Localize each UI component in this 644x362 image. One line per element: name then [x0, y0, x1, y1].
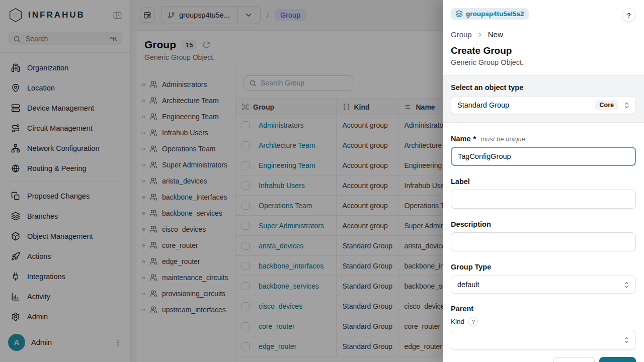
group-type-value: default	[457, 281, 623, 289]
label-input[interactable]	[451, 190, 636, 209]
core-badge: Core	[595, 100, 618, 110]
required-asterisk: *	[473, 135, 476, 143]
group-type-field-block: Group Type default	[451, 263, 636, 294]
name-label: Name	[451, 135, 471, 143]
breadcrumb-current: New	[488, 30, 503, 39]
branch-badge-label: groupsp4tu5el5s2	[466, 10, 524, 18]
create-group-drawer: groupsp4tu5el5s2 ? Group New Create Grou…	[443, 0, 644, 362]
drawer-title: Create Group	[451, 45, 636, 56]
chevrons-up-down-icon	[623, 336, 630, 344]
group-type-label: Group Type	[451, 263, 636, 271]
kind-label: Kind	[451, 318, 464, 325]
help-button[interactable]: ?	[622, 8, 636, 22]
parent-label: Parent	[451, 305, 636, 313]
name-hint: must be unique	[480, 135, 525, 143]
layers-icon	[455, 10, 463, 18]
chevrons-up-down-icon	[623, 102, 630, 109]
drawer-breadcrumb: Group New	[451, 30, 636, 39]
name-field-block: Name * must be unique	[451, 135, 636, 166]
kind-help-button[interactable]: ?	[468, 317, 478, 326]
chevrons-up-down-icon	[623, 281, 630, 289]
object-type-section: Select an object type Standard Group Cor…	[443, 75, 644, 123]
parent-field-block: Parent Kind ?	[451, 305, 636, 350]
name-input[interactable]	[451, 147, 636, 166]
chevron-right-icon	[476, 31, 484, 38]
drawer-footer: Cancel Save	[443, 350, 644, 362]
label-field-block: Label	[451, 177, 636, 209]
description-field-block: Description	[451, 220, 636, 251]
parent-kind-select[interactable]	[451, 330, 636, 350]
object-type-value: Standard Group	[457, 101, 595, 109]
breadcrumb-parent: Group	[451, 30, 472, 39]
object-type-select[interactable]: Standard Group Core	[451, 96, 636, 114]
drawer-subtitle: Generic Group Object.	[451, 58, 636, 66]
label-label: Label	[451, 177, 636, 186]
create-group-form: Name * must be unique Label Description …	[443, 123, 644, 350]
group-type-select[interactable]: default	[451, 276, 636, 294]
cancel-button[interactable]: Cancel	[553, 357, 595, 362]
object-type-label: Select an object type	[451, 83, 636, 92]
drawer-header: groupsp4tu5el5s2 ? Group New Create Grou…	[443, 0, 644, 75]
description-input[interactable]	[451, 232, 636, 251]
description-label: Description	[451, 220, 636, 228]
save-button[interactable]: Save	[599, 357, 636, 362]
modal-overlay[interactable]	[0, 0, 443, 362]
branch-badge: groupsp4tu5el5s2	[451, 8, 529, 20]
